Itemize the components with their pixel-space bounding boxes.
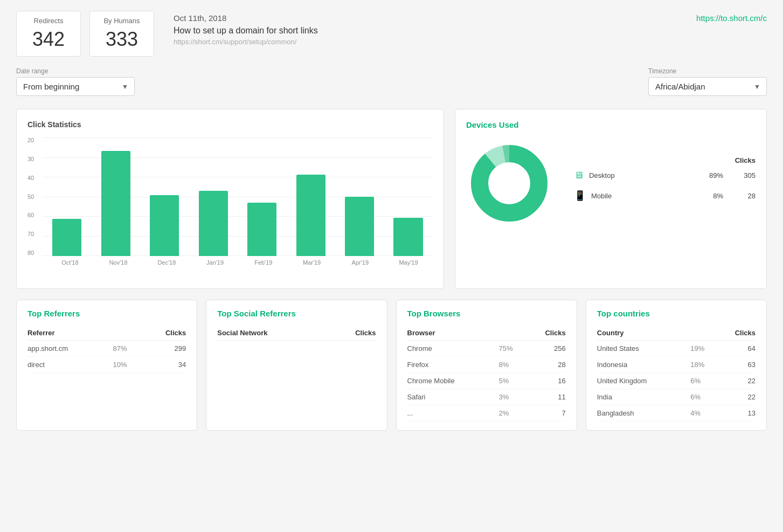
bar: [393, 218, 422, 257]
browser-clicks: 7: [526, 405, 566, 422]
x-label: Dec'18: [142, 259, 191, 266]
countries-table: Country Clicks United States19%64Indones…: [597, 326, 756, 422]
donut-chart: [466, 140, 552, 226]
date-range-wrapper: From beginning ▼: [16, 77, 135, 96]
bar-group: [189, 137, 237, 256]
desktop-clicks: 305: [729, 171, 756, 179]
humans-label: By Humans: [101, 17, 143, 25]
top-countries-title: Top countries: [597, 309, 756, 318]
table-row: ...2%7: [407, 405, 566, 422]
browser-pct: 3%: [499, 389, 526, 405]
header-date: Oct 11th, 2018: [174, 13, 318, 23]
svg-point-4: [489, 163, 530, 204]
timezone-select[interactable]: Africa/Abidjan: [648, 77, 767, 96]
social-table: Social Network Clicks: [217, 326, 376, 341]
top-browsers-title: Top Browsers: [407, 309, 566, 318]
referrers-table: Referrer Clicks app.short.cm87%299direct…: [27, 326, 186, 373]
desktop-icon: 🖥: [574, 170, 584, 181]
bar-group: [238, 137, 286, 256]
redirects-label: Redirects: [27, 17, 70, 25]
table-row: Chrome75%256: [407, 341, 566, 357]
x-label: Oct'18: [46, 259, 94, 266]
redirects-value: 342: [27, 28, 70, 51]
bars-area: [43, 137, 433, 256]
devices-card: Devices Used: [455, 109, 767, 289]
x-label: Jan'19: [191, 259, 239, 266]
country-name: United Kingdom: [597, 373, 691, 389]
clicks-header: Clicks: [723, 156, 756, 164]
browser-clicks-header: Clicks: [526, 326, 566, 341]
redirects-card: Redirects 342: [16, 11, 81, 57]
social-clicks-header: Clicks: [330, 326, 376, 341]
browser-clicks: 11: [526, 389, 566, 405]
mobile-pct: 8%: [702, 192, 723, 200]
bar: [296, 175, 325, 256]
x-label: Feb'19: [239, 259, 288, 266]
header-title: How to set up a domain for short links: [174, 26, 318, 36]
desktop-pct: 89%: [702, 171, 723, 179]
date-range-label: Date range: [16, 67, 135, 75]
page: Redirects 342 By Humans 333 Oct 11th, 20…: [0, 0, 783, 532]
top-referrers-title: Top Referrers: [27, 309, 186, 318]
top-referrers-card: Top Referrers Referrer Clicks app.short.…: [16, 300, 197, 431]
mobile-label: Mobile: [591, 192, 696, 200]
bar: [52, 219, 81, 256]
table-row: app.short.cm87%299: [27, 341, 186, 357]
header-url: https://short.cm/support/setup/common/: [174, 38, 318, 46]
table-row: United States19%64: [597, 341, 756, 357]
browser-name: Chrome Mobile: [407, 373, 499, 389]
device-legend: Clicks 🖥 Desktop 89% 305 📱 Mobile 8% 28: [574, 156, 756, 210]
referrer-clicks: 34: [142, 357, 186, 373]
country-name: United States: [597, 341, 691, 357]
devices-content: Clicks 🖥 Desktop 89% 305 📱 Mobile 8% 28: [466, 140, 756, 226]
country-pct: 4%: [690, 405, 717, 422]
country-pct: 6%: [690, 373, 717, 389]
timezone-label: Timezone: [648, 67, 767, 75]
browsers-header-row: Browser Clicks: [407, 326, 566, 341]
bar-group: [91, 137, 140, 256]
date-range-select[interactable]: From beginning: [16, 77, 135, 96]
browser-col-header: Browser: [407, 326, 499, 341]
filters-row: Date range From beginning ▼ Timezone Afr…: [16, 67, 767, 96]
click-statistics-title: Click Statistics: [27, 120, 433, 129]
country-clicks: 64: [717, 341, 756, 357]
top-social-card: Top Social Referrers Social Network Clic…: [206, 300, 387, 431]
browser-pct: 2%: [499, 405, 526, 422]
referrer-pct: 87%: [113, 341, 143, 357]
top-browsers-card: Top Browsers Browser Clicks Chrome75%256…: [396, 300, 577, 431]
browser-clicks: 16: [526, 373, 566, 389]
social-header-row: Social Network Clicks: [217, 326, 376, 341]
donut-svg: [466, 140, 552, 226]
mobile-icon: 📱: [574, 190, 586, 202]
browser-name: Chrome: [407, 341, 499, 357]
referrer-pct: 10%: [113, 357, 143, 373]
browser-clicks: 28: [526, 357, 566, 373]
table-row: Firefox8%28: [407, 357, 566, 373]
dashboard-link[interactable]: https://to.short.cm/c: [696, 11, 767, 23]
bar: [101, 151, 130, 256]
charts-row: Click Statistics 80 70 60 50 40 30 20: [16, 109, 767, 289]
country-clicks: 22: [717, 373, 756, 389]
referrer-clicks: 299: [142, 341, 186, 357]
x-label: Mar'19: [288, 259, 336, 266]
bar: [199, 191, 228, 256]
legend-header: Clicks: [574, 156, 756, 164]
bar: [345, 197, 374, 256]
table-row: direct10%34: [27, 357, 186, 373]
browser-name: Firefox: [407, 357, 499, 373]
browser-clicks: 256: [526, 341, 566, 357]
country-name: Indonesia: [597, 357, 691, 373]
bar-group: [384, 137, 432, 256]
browser-pct: 5%: [499, 373, 526, 389]
country-pct: 6%: [690, 389, 717, 405]
browser-name: ...: [407, 405, 499, 422]
bar: [247, 203, 276, 256]
legend-row-mobile: 📱 Mobile 8% 28: [574, 190, 756, 202]
legend-row-desktop: 🖥 Desktop 89% 305: [574, 170, 756, 181]
browser-pct: 8%: [499, 357, 526, 373]
social-col-header: Social Network: [217, 326, 330, 341]
table-row: Bangladesh4%13: [597, 405, 756, 422]
country-clicks: 22: [717, 389, 756, 405]
country-clicks: 13: [717, 405, 756, 422]
desktop-label: Desktop: [589, 171, 696, 179]
